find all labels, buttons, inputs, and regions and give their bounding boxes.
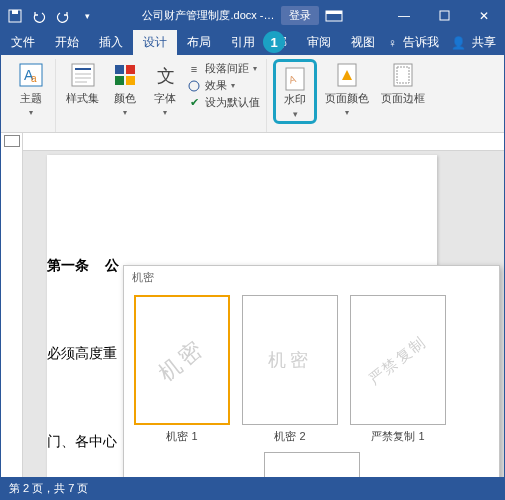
ribbon-display-icon[interactable] — [325, 9, 343, 23]
undo-icon[interactable] — [31, 8, 47, 24]
window-controls: — ✕ — [384, 1, 504, 30]
svg-rect-3 — [326, 11, 342, 14]
watermark-gallery: 机密 机密 机密 1 机密 机密 2 严禁复制 严禁复制 1 严禁复制 — [123, 265, 500, 477]
svg-rect-1 — [12, 10, 18, 14]
themes-label: 主题 — [20, 91, 42, 106]
tab-design[interactable]: 设计 — [133, 30, 177, 55]
tab-layout[interactable]: 布局 — [177, 30, 221, 55]
login-button[interactable]: 登录 — [281, 6, 319, 25]
gallery-row-2: 严禁复制 — [124, 446, 499, 477]
effects-button[interactable]: 效果▾ — [187, 78, 260, 93]
gallery-row-1: 机密 机密 1 机密 机密 2 严禁复制 严禁复制 1 — [124, 289, 499, 446]
svg-text:a: a — [31, 73, 37, 84]
chevron-down-icon: ▾ — [293, 109, 298, 119]
svg-rect-8 — [72, 64, 94, 86]
stylesets-icon — [69, 61, 97, 89]
check-icon: ✔ — [187, 96, 201, 110]
colors-icon — [111, 61, 139, 89]
save-icon[interactable] — [7, 8, 23, 24]
document-area: 文档 第一条 公 必须高度重 门、各中心 低财产损耗 第二条 公 尽其用"的 物… — [1, 133, 504, 477]
statusbar: 第 2 页，共 7 页 — [1, 477, 504, 499]
page-color-button[interactable]: 页面颜色 ▾ — [321, 59, 373, 124]
tab-insert[interactable]: 插入 — [89, 30, 133, 55]
thumb-nocopy-2[interactable]: 严禁复制 — [134, 452, 489, 477]
page-color-label: 页面颜色 — [325, 91, 369, 106]
group-page-background: A 水印 ▾ 页面颜色 ▾ 页面边框 — [267, 59, 435, 132]
tab-references[interactable]: 引用 — [221, 30, 265, 55]
watermark-button[interactable]: A 水印 ▾ — [273, 59, 317, 124]
fonts-label: 字体 — [154, 91, 176, 106]
tab-share[interactable]: 共享 — [472, 34, 496, 51]
page-borders-button[interactable]: 页面边框 — [377, 59, 429, 124]
word-window: ▾ 公司财产管理制度.docx -… 登录 — ✕ 文件 开始 插入 设计 布局… — [0, 0, 505, 500]
status-page[interactable]: 第 2 页，共 7 页 — [9, 481, 88, 496]
group-themes: Aa 主题 ▾ — [7, 59, 56, 132]
tab-tellme[interactable]: 告诉我 — [403, 34, 439, 51]
gallery-header: 机密 — [124, 266, 499, 289]
tab-file[interactable]: 文件 — [1, 30, 45, 55]
page-borders-icon — [389, 61, 417, 89]
group-doc-formatting: 样式集 颜色 ▾ 文 字体 ▾ ≡ 段落间距▾ — [56, 59, 267, 132]
fonts-button[interactable]: 文 字体 ▾ — [147, 59, 183, 119]
vertical-ruler[interactable] — [1, 133, 23, 477]
tab-review[interactable]: 审阅 — [297, 30, 341, 55]
svg-rect-13 — [115, 65, 124, 74]
ribbon-tabs: 文件 开始 插入 设计 布局 引用 邮 审阅 视图 ♀ 告诉我 👤 共享 — [1, 30, 504, 55]
tellme-icon: ♀ — [388, 36, 397, 50]
tab-view[interactable]: 视图 — [341, 30, 385, 55]
effects-icon — [187, 79, 201, 93]
svg-text:文: 文 — [157, 66, 175, 86]
colors-button[interactable]: 颜色 ▾ — [107, 59, 143, 119]
themes-button[interactable]: Aa 主题 ▾ — [13, 59, 49, 119]
set-default-button[interactable]: ✔ 设为默认值 — [187, 95, 260, 110]
quick-access-toolbar: ▾ — [1, 8, 101, 24]
document-title: 公司财产管理制度.docx -… — [142, 8, 274, 23]
svg-rect-4 — [440, 11, 449, 20]
page-color-icon — [333, 61, 361, 89]
stylesets-button[interactable]: 样式集 — [62, 59, 103, 119]
minimize-button[interactable]: — — [384, 1, 424, 30]
qat-customize-icon[interactable]: ▾ — [79, 8, 95, 24]
para-spacing-icon: ≡ — [187, 62, 201, 76]
stylesets-label: 样式集 — [66, 91, 99, 106]
paragraph-formatting: ≡ 段落间距▾ 效果▾ ✔ 设为默认值 — [187, 59, 260, 119]
maximize-button[interactable] — [424, 1, 464, 30]
watermark-label: 水印 — [284, 92, 306, 107]
svg-rect-14 — [126, 65, 135, 74]
callout-1: 1 — [263, 31, 285, 53]
thumb-confidential-1[interactable]: 机密 机密 1 — [134, 295, 230, 444]
redo-icon[interactable] — [55, 8, 71, 24]
title-center: 公司财产管理制度.docx -… 登录 — [101, 6, 384, 25]
thumb-confidential-2[interactable]: 机密 机密 2 — [242, 295, 338, 444]
watermark-icon: A — [284, 66, 306, 92]
colors-label: 颜色 — [114, 91, 136, 106]
svg-point-18 — [189, 81, 199, 91]
page-borders-label: 页面边框 — [381, 91, 425, 106]
tab-home[interactable]: 开始 — [45, 30, 89, 55]
titlebar: ▾ 公司财产管理制度.docx -… 登录 — ✕ — [1, 1, 504, 30]
svg-rect-16 — [126, 76, 135, 85]
share-icon: 👤 — [451, 36, 466, 50]
themes-icon: Aa — [17, 61, 45, 89]
close-button[interactable]: ✕ — [464, 1, 504, 30]
ribbon: Aa 主题 ▾ 样式集 颜色 ▾ 文 字体 ▾ — [1, 55, 504, 133]
horizontal-ruler[interactable] — [23, 133, 504, 151]
thumb-nocopy-1[interactable]: 严禁复制 严禁复制 1 — [350, 295, 446, 444]
para-spacing-button[interactable]: ≡ 段落间距▾ — [187, 61, 260, 76]
svg-rect-15 — [115, 76, 124, 85]
fonts-icon: 文 — [151, 61, 179, 89]
